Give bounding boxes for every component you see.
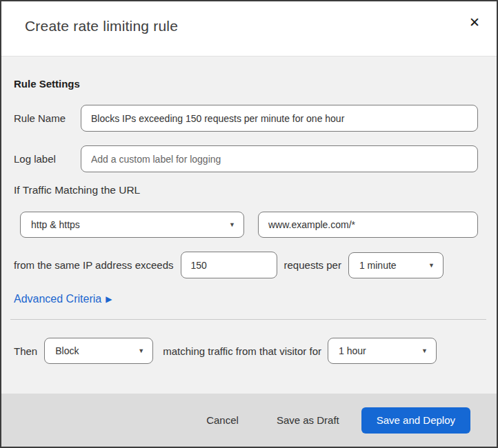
action-prefix-text: Then — [14, 345, 37, 357]
section-divider — [10, 319, 486, 320]
log-label-label: Log label — [14, 153, 81, 165]
action-middle-text: matching traffic from that visitor for — [163, 345, 321, 357]
scheme-select-value: http & https — [31, 219, 80, 230]
chevron-down-icon: ▼ — [229, 221, 235, 228]
cancel-button[interactable]: Cancel — [199, 409, 246, 431]
rule-name-row: Rule Name — [14, 105, 478, 132]
duration-select[interactable]: 1 hour ▼ — [328, 338, 437, 364]
chevron-down-icon: ▼ — [138, 347, 144, 354]
create-rate-limiting-rule-dialog: Create rate limiting rule ✕ Rule Setting… — [0, 0, 498, 448]
url-pattern-input[interactable] — [258, 212, 478, 238]
dialog-footer: Cancel Save as Draft Save and Deploy — [1, 394, 497, 447]
chevron-down-icon: ▼ — [421, 347, 428, 354]
dialog-header: Create rate limiting rule ✕ — [1, 1, 497, 57]
close-icon[interactable]: ✕ — [465, 12, 484, 32]
save-as-draft-button[interactable]: Save as Draft — [270, 409, 346, 431]
action-row: Then Block ▼ matching traffic from that … — [14, 338, 477, 364]
log-label-row: Log label — [14, 145, 478, 172]
save-and-deploy-button[interactable]: Save and Deploy — [361, 407, 470, 434]
log-label-input[interactable] — [81, 145, 478, 172]
rule-name-label: Rule Name — [14, 112, 81, 124]
advanced-criteria-link[interactable]: Advanced Criteria ▶ — [14, 293, 112, 305]
threshold-middle-text: requests per — [284, 259, 341, 271]
action-select[interactable]: Block ▼ — [44, 338, 153, 364]
action-select-value: Block — [55, 345, 79, 356]
dialog-body: Rule Settings Rule Name Log label If Tra… — [1, 57, 497, 396]
dialog-title: Create rate limiting rule — [25, 18, 178, 34]
rule-settings-heading: Rule Settings — [14, 78, 80, 90]
request-count-input[interactable] — [181, 252, 277, 278]
threshold-row: from the same IP address exceeds request… — [14, 252, 478, 278]
period-select-value: 1 minute — [359, 260, 397, 271]
traffic-match-row: http & https ▼ — [20, 212, 478, 238]
period-select[interactable]: 1 minute ▼ — [348, 252, 444, 278]
duration-select-value: 1 hour — [339, 345, 366, 356]
arrow-right-icon: ▶ — [106, 294, 112, 304]
chevron-down-icon: ▼ — [428, 262, 435, 269]
traffic-match-heading: If Traffic Matching the URL — [14, 184, 140, 196]
scheme-select[interactable]: http & https ▼ — [20, 212, 244, 238]
threshold-prefix-text: from the same IP address exceeds — [14, 259, 174, 271]
advanced-criteria-label: Advanced Criteria — [14, 293, 101, 305]
rule-name-input[interactable] — [81, 105, 478, 132]
